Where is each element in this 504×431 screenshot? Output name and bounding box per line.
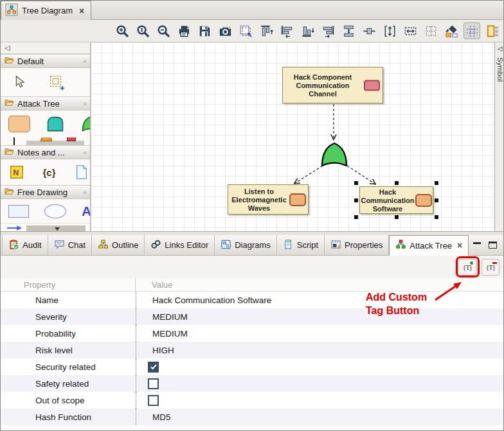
mirror-vertical-icon[interactable] [340,22,357,39]
expand-arrow-icon[interactable]: ◁ [498,45,503,52]
ellipse-tool[interactable] [44,204,66,218]
table-row[interactable]: Risk level HIGH [1,342,504,358]
table-row[interactable]: Probability MEDIUM [1,325,504,342]
document-tool[interactable] [73,164,90,180]
constraint-tool[interactable]: {c} [40,167,57,178]
select-region-icon[interactable] [237,22,254,39]
palette-group-free-drawing[interactable]: Free Drawing « [1,185,90,199]
zoom-out-icon[interactable] [155,22,172,39]
table-row[interactable]: Security related [1,358,504,375]
security-related-checkbox[interactable] [148,362,159,373]
marquee-add-tool[interactable] [46,73,68,91]
match-width-icon[interactable] [402,22,419,39]
selection-handle[interactable] [395,181,399,185]
copy-format-brush-icon[interactable] [443,22,460,39]
property-cell: Safety related [1,379,136,389]
maximize-icon[interactable] [489,242,497,249]
safety-related-checkbox[interactable] [148,378,159,389]
diagram-canvas[interactable]: Hack Component Communication Channel Lis… [91,42,494,232]
zoom-actual-size-icon[interactable] [134,22,151,39]
palette-group-default[interactable]: Default « [1,54,90,68]
table-row[interactable]: Safety related [1,375,504,392]
select-cursor-tool[interactable] [8,74,30,91]
script-icon [283,239,294,252]
out-of-scope-checkbox[interactable] [148,395,159,406]
tab-audit[interactable]: Audit [2,235,48,255]
palette-group-label: Attack Tree [17,99,60,109]
property-cell: Severity [1,312,136,322]
palette-scroll-row [1,223,90,232]
pin-icon[interactable]: « [83,57,86,65]
value-cell[interactable]: Hack Communication Software [136,292,504,308]
orange-badge[interactable] [415,194,432,207]
selection-handle[interactable] [435,215,438,219]
pin-icon[interactable]: « [83,188,86,196]
save-icon[interactable] [196,22,213,39]
node-root[interactable]: Hack Component Communication Channel [282,67,383,103]
tab-tree-diagram[interactable]: Tree Diagram × [1,1,91,20]
node-left[interactable]: Listen to Electromagnetic Waves [228,184,309,215]
note-tool[interactable]: N [8,164,25,180]
close-icon[interactable]: × [79,6,84,16]
tab-links-editor[interactable]: Links Editor [145,235,215,255]
rectangle-tool[interactable] [8,205,29,218]
tab-attack-tree[interactable]: Attack Tree × [389,235,469,256]
minimize-icon[interactable] [473,242,481,244]
selection-handle[interactable] [354,198,358,202]
table-filler [1,425,504,431]
tab-script[interactable]: Script [277,235,325,255]
align-right-icon[interactable] [320,22,336,39]
bottom-panel: Audit Chat Outline Links Editor Diagrams… [1,232,504,431]
match-height-icon[interactable] [381,22,398,39]
column-header-value[interactable]: Value [136,280,172,290]
value-cell[interactable]: MEDIUM [136,325,504,342]
or-gate-tool[interactable] [80,115,91,133]
arrow-tool[interactable] [4,224,24,232]
red-badge[interactable] [364,80,380,91]
table-header: Property Value [1,278,504,292]
center-horizontal-icon[interactable] [361,22,377,39]
print-icon[interactable] [176,22,192,39]
pin-icon[interactable]: « [83,100,86,107]
snap-to-grid-icon[interactable] [422,22,439,39]
value-cell[interactable]: HIGH [136,342,504,358]
table-row[interactable]: Name Hack Communication Software [1,292,504,308]
close-icon[interactable]: × [457,240,462,251]
edit-symbol-icon[interactable] [484,22,501,39]
node-or-gate[interactable] [320,141,348,168]
toggle-grid-icon[interactable] [464,22,480,39]
screenshot-camera-icon[interactable] [217,22,233,39]
table-row[interactable]: Severity MEDIUM [1,308,504,325]
add-custom-tag-button[interactable]: {T} [458,259,476,276]
tab-outline[interactable]: Outline [92,235,145,255]
selection-handle[interactable] [354,215,358,219]
value-cell[interactable]: MEDIUM [136,308,504,325]
table-row[interactable]: Out of scope [1,392,504,409]
tab-chat[interactable]: Chat [48,235,92,255]
selection-handle[interactable] [395,215,399,219]
palette-group-attack-tree[interactable]: Attack Tree « [1,96,90,110]
pin-icon[interactable]: « [83,148,86,156]
remove-custom-tag-button[interactable]: {T} [482,259,500,276]
selection-handle[interactable] [435,181,438,185]
value-cell[interactable]: MD5 [136,409,504,425]
orange-badge[interactable] [289,193,306,206]
text-tool[interactable]: A [82,204,91,219]
align-bottom-icon[interactable] [299,22,316,39]
table-row[interactable]: Hash Function MD5 [1,409,504,425]
column-header-property[interactable]: Property [1,278,136,291]
collapse-arrow-icon: ◁ [4,44,10,52]
attack-node-tool[interactable] [8,116,30,132]
align-top-icon[interactable] [258,22,274,39]
zoom-in-icon[interactable] [114,22,130,39]
palette-collapse-button[interactable]: ◁ [1,42,90,54]
palette-group-notes[interactable]: Notes and ... « [1,145,90,159]
selection-handle[interactable] [354,181,358,185]
selection-handle[interactable] [435,198,438,202]
node-right[interactable]: Hack Communication Software [359,186,433,214]
align-left-icon[interactable] [278,22,295,39]
symbol-panel-strip[interactable]: ◁ Symbol [494,42,504,232]
tab-diagrams[interactable]: Diagrams [215,235,277,255]
and-gate-tool[interactable] [46,115,65,133]
tab-properties[interactable]: Properties [325,235,389,255]
